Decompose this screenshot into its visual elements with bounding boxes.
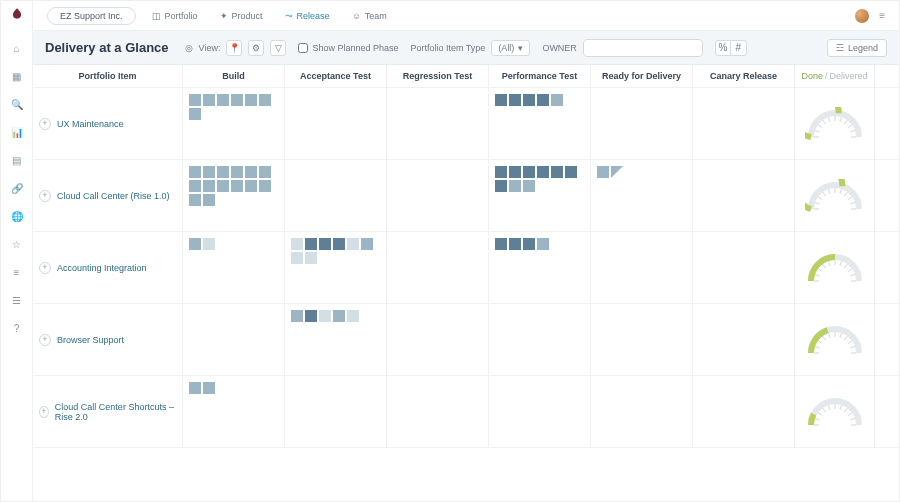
link-icon[interactable]: 🔗 bbox=[10, 181, 24, 195]
view-pin-button[interactable]: 📍 bbox=[226, 40, 242, 56]
work-item-tile[interactable] bbox=[347, 238, 359, 250]
work-item-tile[interactable] bbox=[291, 310, 303, 322]
work-item-tile[interactable] bbox=[189, 238, 201, 250]
work-item-tile[interactable] bbox=[217, 94, 229, 106]
view-gear-button[interactable]: ⚙ bbox=[248, 40, 264, 56]
bars-icon[interactable]: ≡ bbox=[10, 265, 24, 279]
percent-toggle[interactable]: % bbox=[715, 40, 731, 56]
work-item-tile[interactable] bbox=[189, 180, 201, 192]
legend-button[interactable]: ☲ Legend bbox=[827, 39, 887, 57]
work-item-tile[interactable] bbox=[189, 94, 201, 106]
work-item-tile[interactable] bbox=[189, 166, 201, 178]
layers-icon[interactable]: ▤ bbox=[10, 153, 24, 167]
work-item-tile[interactable] bbox=[189, 108, 201, 120]
home-icon[interactable]: ⌂ bbox=[10, 41, 24, 55]
grid-icon[interactable]: ▦ bbox=[10, 69, 24, 83]
work-item-tile[interactable] bbox=[523, 238, 535, 250]
owner-input[interactable] bbox=[583, 39, 703, 57]
work-item-tile[interactable] bbox=[305, 252, 317, 264]
work-item-tile[interactable] bbox=[245, 94, 257, 106]
work-item-tile[interactable] bbox=[231, 94, 243, 106]
work-item-tile[interactable] bbox=[361, 238, 373, 250]
work-item-tile[interactable] bbox=[217, 180, 229, 192]
work-item-tile[interactable] bbox=[305, 238, 317, 250]
org-selector[interactable]: EZ Support Inc. bbox=[47, 7, 136, 25]
stage-cell bbox=[285, 232, 387, 303]
expand-button[interactable]: + bbox=[39, 118, 51, 130]
work-item-tile[interactable] bbox=[231, 180, 243, 192]
hash-toggle[interactable]: # bbox=[731, 40, 747, 56]
work-item-tile[interactable] bbox=[495, 238, 507, 250]
work-item-tile[interactable] bbox=[509, 94, 521, 106]
list-icon[interactable]: ☰ bbox=[10, 293, 24, 307]
work-item-tile[interactable] bbox=[319, 310, 331, 322]
nav-team[interactable]: ☺ Team bbox=[350, 5, 389, 27]
work-item-tile[interactable] bbox=[189, 382, 201, 394]
expand-button[interactable]: + bbox=[39, 334, 51, 346]
expand-button[interactable]: + bbox=[39, 190, 51, 202]
work-item-tile[interactable] bbox=[523, 180, 535, 192]
work-item-tile[interactable] bbox=[509, 238, 521, 250]
work-item-tile[interactable] bbox=[203, 382, 215, 394]
expand-button[interactable]: + bbox=[39, 262, 51, 274]
work-item-tile[interactable] bbox=[259, 180, 271, 192]
help-icon[interactable]: ? bbox=[10, 321, 24, 335]
work-item-tile[interactable] bbox=[333, 238, 345, 250]
expand-button[interactable]: + bbox=[39, 406, 49, 418]
work-item-tile[interactable] bbox=[245, 166, 257, 178]
stage-cell bbox=[285, 304, 387, 375]
svg-line-14 bbox=[822, 192, 825, 196]
portfolio-item-name[interactable]: UX Maintenance bbox=[57, 119, 124, 129]
work-item-tile[interactable] bbox=[203, 194, 215, 206]
globe-icon[interactable]: 🌐 bbox=[10, 209, 24, 223]
work-item-tile[interactable] bbox=[259, 94, 271, 106]
work-item-tile[interactable] bbox=[537, 238, 549, 250]
work-item-tile[interactable] bbox=[495, 166, 507, 178]
portfolio-item-name[interactable]: Cloud Call Center (Rise 1.0) bbox=[57, 191, 170, 201]
nav-release[interactable]: ⤳ Release bbox=[283, 5, 332, 27]
work-item-tile[interactable] bbox=[537, 94, 549, 106]
avatar[interactable] bbox=[855, 9, 869, 23]
nav-product[interactable]: ✦ Product bbox=[218, 5, 265, 27]
portfolio-item-name[interactable]: Accounting Integration bbox=[57, 263, 147, 273]
work-item-tile[interactable] bbox=[523, 166, 535, 178]
work-item-tile[interactable] bbox=[565, 166, 577, 178]
work-item-tile[interactable] bbox=[291, 252, 303, 264]
work-item-tile[interactable] bbox=[203, 180, 215, 192]
work-item-tile[interactable] bbox=[347, 310, 359, 322]
work-item-tile[interactable] bbox=[203, 166, 215, 178]
search-icon[interactable]: 🔍 bbox=[10, 97, 24, 111]
portfolio-item-name[interactable]: Cloud Call Center Shortcuts – Rise 2.0 bbox=[55, 402, 176, 422]
work-item-tile[interactable] bbox=[305, 310, 317, 322]
work-item-tile[interactable] bbox=[189, 194, 201, 206]
work-item-tile[interactable] bbox=[217, 166, 229, 178]
work-item-tile[interactable] bbox=[509, 166, 521, 178]
work-item-tile[interactable] bbox=[245, 180, 257, 192]
work-item-tile[interactable] bbox=[333, 310, 345, 322]
work-item-tile[interactable] bbox=[551, 94, 563, 106]
show-planned-phase-input[interactable] bbox=[298, 43, 308, 53]
star-icon[interactable]: ☆ bbox=[10, 237, 24, 251]
work-item-tile[interactable] bbox=[597, 166, 609, 178]
work-item-tile[interactable] bbox=[203, 94, 215, 106]
work-item-tile[interactable] bbox=[551, 166, 563, 178]
portfolio-item-type-select[interactable]: (All) ▾ bbox=[491, 40, 530, 56]
work-item-tile[interactable] bbox=[523, 94, 535, 106]
menu-icon[interactable]: ≡ bbox=[879, 10, 885, 21]
portfolio-item-name[interactable]: Browser Support bbox=[57, 335, 124, 345]
show-planned-phase-checkbox[interactable]: Show Planned Phase bbox=[298, 43, 398, 53]
work-item-tile[interactable] bbox=[495, 94, 507, 106]
work-item-tile[interactable] bbox=[611, 166, 623, 178]
work-item-tile[interactable] bbox=[319, 238, 331, 250]
work-item-tile[interactable] bbox=[537, 166, 549, 178]
work-item-tile[interactable] bbox=[231, 166, 243, 178]
table-row: +Cloud Call Center (Rise 1.0) bbox=[33, 160, 899, 232]
view-filter-button[interactable]: ▽ bbox=[270, 40, 286, 56]
chart-icon[interactable]: 📊 bbox=[10, 125, 24, 139]
work-item-tile[interactable] bbox=[291, 238, 303, 250]
work-item-tile[interactable] bbox=[203, 238, 215, 250]
work-item-tile[interactable] bbox=[495, 180, 507, 192]
nav-portfolio[interactable]: ◫ Portfolio bbox=[150, 5, 200, 27]
work-item-tile[interactable] bbox=[259, 166, 271, 178]
work-item-tile[interactable] bbox=[509, 180, 521, 192]
